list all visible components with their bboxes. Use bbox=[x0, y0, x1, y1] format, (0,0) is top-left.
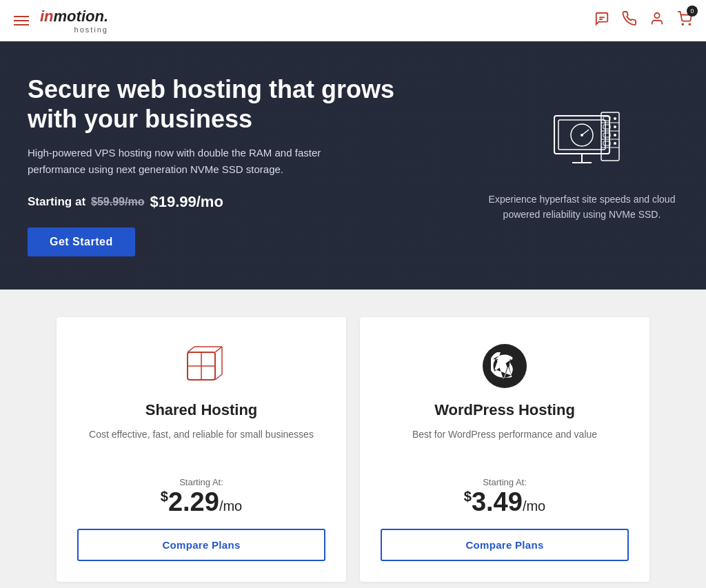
cart-badge: 0 bbox=[687, 6, 698, 17]
svg-point-18 bbox=[614, 125, 616, 128]
svg-point-20 bbox=[614, 142, 616, 145]
svg-line-28 bbox=[188, 347, 194, 352]
wordpress-logo bbox=[483, 344, 527, 388]
shared-hosting-pricing: Starting At: $2.29/mo bbox=[77, 477, 325, 515]
wordpress-hosting-pricing: Starting At: $3.49/mo bbox=[381, 477, 629, 515]
hero-cta-button[interactable]: Get Started bbox=[28, 227, 135, 256]
site-header: inmotion. hosting bbox=[0, 0, 706, 41]
hero-content-left: Secure web hosting that grows with your … bbox=[28, 74, 400, 256]
wordpress-compare-plans-button[interactable]: Compare Plans bbox=[381, 529, 629, 561]
phone-icon[interactable] bbox=[622, 11, 637, 30]
header-left: inmotion. hosting bbox=[14, 8, 108, 34]
hamburger-menu[interactable] bbox=[14, 16, 29, 26]
svg-line-32 bbox=[215, 374, 222, 380]
wp-price-symbol: $ bbox=[464, 489, 472, 505]
wp-price-period: /mo bbox=[523, 498, 545, 514]
hosting-cards-section: Shared Hosting Cost effective, fast, and… bbox=[0, 290, 706, 588]
svg-point-17 bbox=[614, 117, 616, 120]
chat-icon[interactable] bbox=[594, 11, 609, 30]
wordpress-hosting-title: WordPress Hosting bbox=[381, 401, 629, 419]
shared-price-period: /mo bbox=[219, 498, 242, 514]
wp-price: $3.49/mo bbox=[381, 489, 629, 515]
wordpress-hosting-icon bbox=[381, 342, 629, 390]
hero-pricing: Starting at $59.99/mo $19.99/mo bbox=[28, 193, 400, 211]
shared-price-symbol: $ bbox=[161, 489, 168, 505]
shared-price: $2.29/mo bbox=[77, 489, 325, 515]
shared-hosting-card: Shared Hosting Cost effective, fast, and… bbox=[57, 317, 346, 582]
header-right: 0 bbox=[594, 11, 692, 30]
svg-point-4 bbox=[689, 23, 690, 25]
site-logo[interactable]: inmotion. hosting bbox=[40, 8, 108, 34]
logo-subtext: hosting bbox=[40, 26, 108, 34]
wp-price-value: 3.49 bbox=[472, 487, 523, 516]
hero-title: Secure web hosting that grows with your … bbox=[28, 74, 400, 134]
svg-point-19 bbox=[614, 134, 616, 136]
user-icon[interactable] bbox=[649, 11, 665, 30]
shared-hosting-desc: Cost effective, fast, and reliable for s… bbox=[77, 427, 325, 458]
svg-line-29 bbox=[215, 347, 222, 352]
svg-point-9 bbox=[581, 134, 583, 136]
shared-compare-plans-button[interactable]: Compare Plans bbox=[77, 529, 325, 561]
shared-hosting-title: Shared Hosting bbox=[77, 401, 325, 419]
shared-price-value: 2.29 bbox=[168, 487, 219, 516]
hero-old-price: $59.99/mo bbox=[91, 196, 144, 208]
svg-point-3 bbox=[682, 23, 683, 25]
hero-new-price: $19.99/mo bbox=[150, 193, 223, 211]
hero-right-text: Experience hyperfast site speeds and clo… bbox=[485, 192, 678, 223]
shared-hosting-icon bbox=[77, 342, 325, 390]
logo-text: inmotion. bbox=[40, 8, 108, 26]
shared-starting-label: Starting At: bbox=[77, 477, 325, 487]
wordpress-hosting-card: WordPress Hosting Best for WordPress per… bbox=[360, 317, 649, 582]
hero-pricing-prefix: Starting at bbox=[28, 195, 85, 209]
cart-icon[interactable]: 0 bbox=[677, 11, 692, 30]
hero-section: Secure web hosting that grows with your … bbox=[0, 41, 706, 290]
wordpress-hosting-desc: Best for WordPress performance and value bbox=[381, 427, 629, 458]
svg-point-2 bbox=[654, 13, 659, 18]
hero-subtitle: High-powered VPS hosting now with double… bbox=[28, 145, 345, 178]
wp-starting-label: Starting At: bbox=[381, 477, 629, 487]
server-illustration bbox=[485, 109, 678, 181]
hero-content-right: Experience hyperfast site speeds and clo… bbox=[485, 109, 678, 223]
